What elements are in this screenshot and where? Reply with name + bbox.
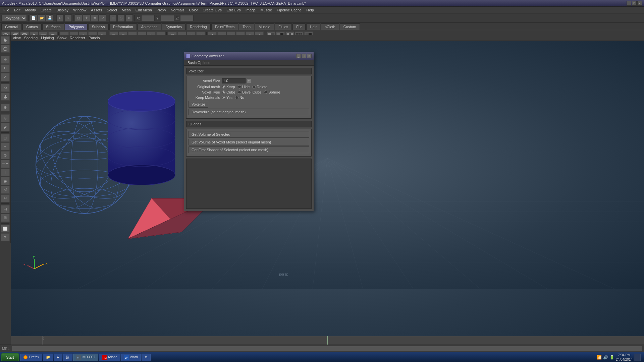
menu-assets[interactable]: Assets — [89, 7, 104, 13]
taskbar-extra-btn[interactable]: ⚙ — [142, 354, 151, 361]
menu-window[interactable]: Window — [71, 7, 88, 13]
x-coord-input[interactable] — [141, 15, 155, 21]
taskbar-browser-btn[interactable]: Firefox — [20, 354, 42, 361]
timeline-bar[interactable]: 0 1 1 — [11, 336, 644, 345]
taskbar-maya-btn[interactable]: M IMD3002 — [73, 354, 99, 361]
lasso-btn[interactable]: ∿ — [1, 114, 10, 122]
menu-color[interactable]: Color — [187, 7, 200, 13]
menu-normals[interactable]: Normals — [169, 7, 186, 13]
tab-polygons[interactable]: Polygons — [65, 23, 87, 30]
relax-btn[interactable]: ⟳ — [1, 233, 10, 241]
rotate-tool[interactable]: ↻ — [91, 14, 98, 22]
snap-curve-btn[interactable]: ◌ — [117, 14, 125, 22]
paint-sel-btn[interactable] — [1, 45, 10, 53]
get-volume-voxel-btn[interactable]: Get Volume of Voxel Mesh (select origina… — [189, 139, 309, 145]
tab-curves[interactable]: Curves — [22, 23, 42, 30]
scale-btn[interactable]: ⤢ — [1, 73, 10, 81]
menu-create[interactable]: Create — [39, 7, 54, 13]
get-first-shader-btn[interactable]: Get First Shader of Selected (select one… — [189, 146, 309, 153]
menu-proxy[interactable]: Proxy — [155, 7, 168, 13]
taskbar-media-btn[interactable]: ▶ — [54, 354, 62, 361]
move-tool[interactable]: ✛ — [83, 14, 90, 22]
tab-painteffects[interactable]: PaintEffects — [211, 23, 238, 30]
menu-pipeline-cache[interactable]: Pipeline Cache — [275, 7, 304, 13]
start-button[interactable]: Start — [1, 353, 19, 361]
z-coord-input[interactable] — [180, 15, 194, 21]
vp-menu-show[interactable]: Show — [57, 36, 67, 40]
snap-point-btn[interactable]: ⊕ — [125, 14, 133, 22]
poke-btn[interactable]: ◉ — [1, 177, 10, 185]
rotate-btn[interactable]: ↻ — [1, 64, 10, 72]
vp-menu-view[interactable]: View — [13, 36, 21, 40]
scale-tool[interactable]: ⤢ — [99, 14, 106, 22]
dialog-close-btn[interactable]: × — [307, 54, 312, 58]
tab-fluids[interactable]: Fluids — [275, 23, 292, 30]
menu-mesh[interactable]: Mesh — [120, 7, 133, 13]
mode-dropdown[interactable]: Polygons — [1, 15, 27, 21]
new-scene-btn[interactable]: 📄 — [30, 14, 37, 22]
offset-edge-btn[interactable]: ⊣⊢ — [1, 160, 10, 168]
tab-fur[interactable]: Fur — [292, 23, 306, 30]
dialog-restore-btn[interactable]: □ — [302, 54, 306, 58]
wedge-btn[interactable]: ◁ — [1, 186, 10, 194]
tab-toon[interactable]: Toon — [239, 23, 254, 30]
minimize-btn[interactable]: _ — [627, 1, 631, 6]
menu-edit[interactable]: Edit — [12, 7, 22, 13]
voxel-type-cube[interactable]: Cube — [222, 90, 235, 94]
menu-file[interactable]: File — [1, 7, 11, 13]
viewport[interactable]: View Shading Lighting Show Renderer Pane… — [11, 35, 644, 343]
tab-dynamics[interactable]: Dynamics — [162, 23, 185, 30]
dlg-menu-basic-options[interactable]: Basic Options — [185, 61, 212, 65]
menu-muscle[interactable]: Muscle — [258, 7, 274, 13]
unfold-btn[interactable]: ⬜ — [1, 225, 10, 233]
restore-btn[interactable]: □ — [632, 1, 637, 6]
tab-rendering[interactable]: Rendering — [186, 23, 211, 30]
tab-hair[interactable]: Hair — [306, 23, 320, 30]
taskbar-reader-btn[interactable]: PDF Adobe — [99, 354, 120, 361]
append-poly-btn[interactable]: + — [1, 142, 10, 150]
taskbar-photo-btn[interactable]: 🖼 — [63, 354, 72, 361]
voxel-type-sphere[interactable]: Sphere — [264, 90, 280, 94]
menu-modify[interactable]: Modify — [23, 7, 38, 13]
sculpt-btn[interactable] — [1, 93, 10, 101]
menu-edit-mesh[interactable]: Edit Mesh — [133, 7, 154, 13]
vp-menu-lighting[interactable]: Lighting — [41, 36, 54, 40]
dialog-minimize-btn[interactable]: _ — [296, 54, 301, 58]
insert-edge-loop-btn[interactable]: | — [1, 169, 10, 177]
menu-display[interactable]: Display — [54, 7, 70, 13]
devoxelize-btn[interactable]: Devoxelize (select original mesh) — [189, 109, 309, 115]
original-mesh-hide[interactable]: Hide — [238, 85, 250, 89]
voxel-size-input[interactable] — [222, 78, 246, 83]
select-btn[interactable] — [1, 36, 10, 44]
get-volume-btn[interactable]: Get Volume of Selected — [189, 131, 309, 138]
menu-create-uvs[interactable]: Create UVs — [201, 7, 224, 13]
menu-edit-uvs[interactable]: Edit UVs — [224, 7, 243, 13]
split-poly-btn2[interactable]: ⊘ — [1, 151, 10, 159]
move-btn[interactable]: ✛ — [1, 56, 10, 64]
mirror-cut-btn[interactable]: ⊣ — [1, 205, 10, 213]
redo-btn[interactable]: ↪ — [64, 14, 72, 22]
tab-ncloth[interactable]: nCloth — [321, 23, 339, 30]
dialog-titlebar[interactable]: Geometry Voxelizer _ □ × — [184, 52, 314, 60]
snap-grid-btn[interactable]: ⊞ — [109, 14, 117, 22]
tab-muscle[interactable]: Muscle — [255, 23, 274, 30]
timeline-track[interactable]: 0 1 1 — [11, 336, 644, 345]
save-btn[interactable]: 💾 — [46, 14, 53, 22]
vp-menu-shading[interactable]: Shading — [24, 36, 38, 40]
menu-image[interactable]: Image — [244, 7, 258, 13]
undo-btn[interactable]: ↩ — [56, 14, 64, 22]
voxel-type-bevel-cube[interactable]: Bevel Cube — [238, 90, 261, 94]
mel-input[interactable] — [12, 346, 642, 351]
tab-custom[interactable]: Custom — [340, 23, 360, 30]
merge-btn[interactable]: ⊞ — [1, 214, 10, 222]
create-poly-btn[interactable]: ◻ — [1, 134, 10, 142]
menu-help[interactable]: Help — [304, 7, 316, 13]
taskbar-folder-btn[interactable]: 📁 — [43, 354, 53, 361]
select-tool[interactable]: ◻ — [75, 14, 82, 22]
tab-subdivs[interactable]: Subdivs — [88, 23, 109, 30]
soft-mod-btn[interactable]: ⟲ — [1, 84, 10, 92]
y-coord-input[interactable] — [161, 15, 174, 21]
close-btn[interactable]: × — [637, 1, 642, 6]
tab-surfaces[interactable]: Surfaces — [42, 23, 64, 30]
voxelize-btn[interactable]: Voxelize — [189, 101, 208, 108]
